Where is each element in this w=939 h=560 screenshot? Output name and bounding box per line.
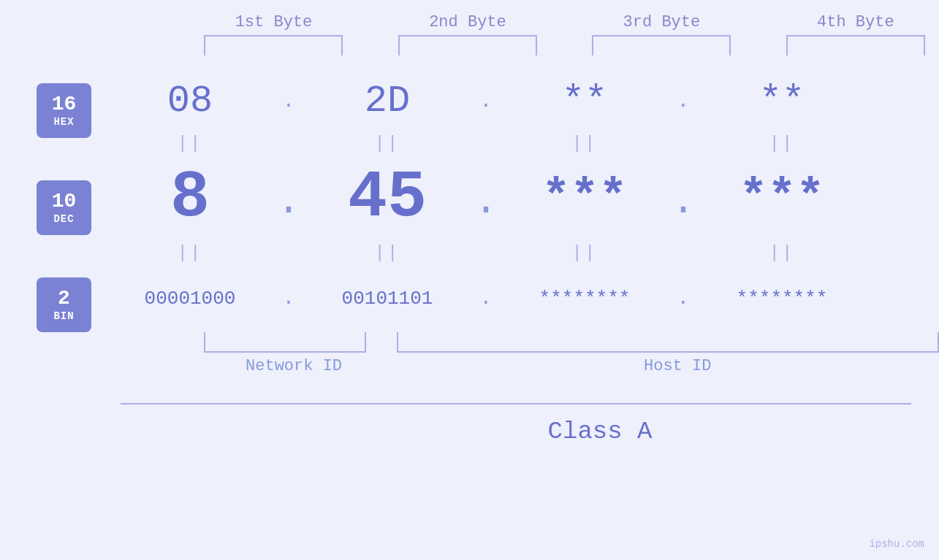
main-area: 16 HEX 10 DEC 2 BIN 08 . 2D . ** . ** (0, 55, 939, 332)
network-bracket (204, 332, 367, 353)
byte2-header: 2nd Byte (429, 13, 506, 31)
hex-label: HEX (53, 116, 74, 128)
class-line (121, 403, 911, 404)
dec-number: 10 (52, 191, 77, 213)
class-area: Class A (0, 384, 939, 445)
byte4-col: 4th Byte (772, 13, 939, 55)
byte-headers: 1st Byte 2nd Byte 3rd Byte 4th Byte (0, 13, 939, 55)
byte1-col: 1st Byte (190, 13, 357, 55)
hex-row: 08 . 2D . ** . ** (106, 63, 939, 129)
dec-row: 8 . 45 . *** . *** (106, 158, 939, 238)
byte4-bracket-top (786, 35, 925, 55)
bin-row: 00001000 . 00101101 . ******** . *******… (106, 267, 939, 322)
bin-badge: 2 BIN (37, 277, 91, 332)
byte2-col: 2nd Byte (384, 13, 551, 55)
byte1-header: 1st Byte (235, 13, 313, 31)
sep3-hex: . (669, 90, 698, 112)
b4-dec: *** (698, 169, 866, 226)
equal-row: || || || || (106, 129, 939, 158)
b2-equal2: || (303, 243, 471, 263)
dec-badge: 10 DEC (37, 180, 91, 235)
b2-equal: || (303, 134, 471, 153)
network-id-label: Network ID (201, 357, 387, 375)
b3-dec: *** (501, 169, 669, 226)
byte4-header: 4th Byte (817, 13, 894, 31)
dec-label: DEC (53, 213, 74, 225)
sep1-dec: . (274, 179, 303, 225)
bin-number: 2 (58, 288, 70, 310)
b2-dec: 45 (303, 165, 471, 231)
b1-hex: 08 (106, 80, 274, 123)
b1-equal: || (106, 134, 274, 153)
sep1-hex: . (274, 90, 303, 112)
b1-dec: 8 (106, 165, 274, 231)
b4-bin: ******** (698, 288, 866, 310)
class-label: Class A (205, 418, 939, 445)
bin-label: BIN (53, 310, 74, 322)
sep3-bin: . (669, 287, 698, 310)
b4-hex: ** (698, 80, 866, 123)
bottom-brackets (0, 332, 939, 353)
b4-equal2: || (698, 243, 866, 263)
byte3-col: 3rd Byte (578, 13, 745, 55)
sep2-dec: . (471, 179, 501, 225)
b2-hex: 2D (303, 80, 471, 123)
page-container: 1st Byte 2nd Byte 3rd Byte 4th Byte 16 H… (0, 0, 939, 560)
hex-badge: 16 HEX (37, 83, 91, 138)
left-labels: 16 HEX 10 DEC 2 BIN (37, 83, 91, 332)
sep1-bin: . (274, 287, 303, 310)
sep3-dec: . (669, 179, 698, 225)
byte1-bracket-top (204, 35, 343, 55)
byte3-header: 3rd Byte (623, 13, 701, 31)
bytes-grid: 08 . 2D . ** . ** || || || || 8 . (106, 63, 939, 322)
byte3-bracket-top (592, 35, 731, 55)
id-labels: Network ID Host ID (0, 357, 939, 375)
watermark: ipshu.com (869, 538, 924, 550)
sep2-hex: . (471, 90, 501, 112)
byte2-bracket-top (398, 35, 537, 55)
host-id-label: Host ID (416, 357, 939, 375)
equal-row-2: || || || || (106, 238, 939, 267)
b3-equal2: || (501, 243, 669, 263)
host-bracket (397, 332, 939, 353)
sep2-bin: . (471, 287, 501, 310)
b4-equal: || (698, 134, 866, 153)
b1-equal2: || (106, 243, 274, 263)
b3-hex: ** (501, 80, 669, 123)
hex-number: 16 (52, 93, 77, 116)
b1-bin: 00001000 (106, 288, 274, 310)
b3-equal: || (501, 134, 669, 153)
b3-bin: ******** (501, 288, 669, 310)
b2-bin: 00101101 (303, 288, 471, 310)
